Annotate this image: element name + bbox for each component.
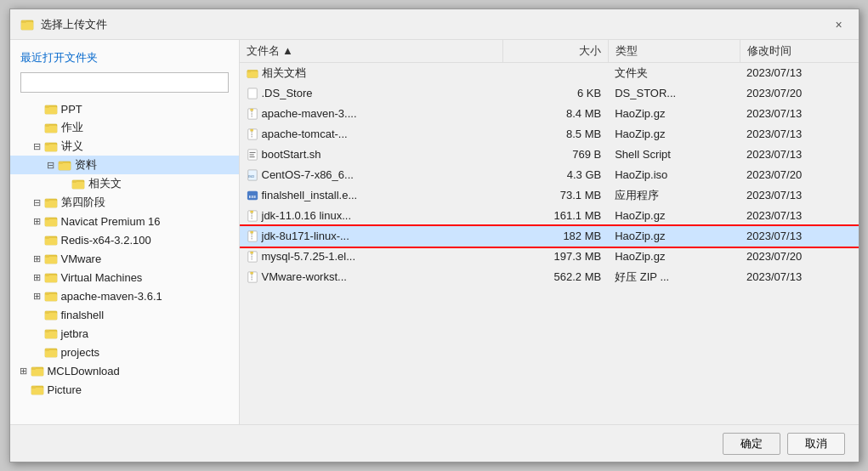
- tree-item-zuoye[interactable]: 作业: [10, 118, 239, 137]
- tree-item-virtual[interactable]: ⊞ Virtual Machines: [10, 268, 239, 287]
- svg-rect-2: [21, 20, 26, 23]
- file-table-container: 文件名 ▲ 大小 类型 修改时间 相关文档 文件夹 2023/07/13 .DS…: [240, 40, 859, 424]
- cell-size: 8.4 MB: [502, 104, 608, 124]
- cell-name: mysql-5.7.25-1.el...: [240, 247, 503, 267]
- cell-type: 应用程序: [608, 185, 740, 206]
- search-input[interactable]: [20, 72, 229, 93]
- cell-size: 197.3 MB: [502, 247, 608, 267]
- table-row[interactable]: jdk-11.0.16 linux... 161.1 MB HaoZip.gz …: [240, 206, 859, 226]
- confirm-button[interactable]: 确定: [723, 433, 780, 455]
- tree-item-jetbra[interactable]: jetbra: [10, 324, 239, 343]
- folder-icon-jiangyi: [44, 139, 58, 153]
- cell-date: 2023/07/20: [740, 247, 858, 267]
- tree-item-maven[interactable]: ⊞ apache-maven-3.6.1: [10, 287, 239, 305]
- tree-item-jiangyi[interactable]: ⊟ 讲义: [10, 137, 239, 156]
- table-row[interactable]: apache-tomcat-... 8.5 MB HaoZip.gz 2023/…: [240, 124, 859, 145]
- title-bar: 选择上传文件 ×: [10, 9, 859, 40]
- table-row[interactable]: mysql-5.7.25-1.el... 197.3 MB HaoZip.gz …: [240, 247, 859, 267]
- header-name[interactable]: 文件名 ▲: [240, 40, 503, 63]
- tree-label-ziliao: 资料: [75, 157, 97, 173]
- svg-rect-54: [247, 88, 257, 99]
- cell-name: jdk-11.0.16 linux...: [240, 206, 503, 226]
- expand-icon-jiangyi: ⊟: [31, 139, 44, 153]
- cell-size: 8.5 MB: [502, 124, 608, 145]
- tree-item-redis[interactable]: Redis-x64-3.2.100: [10, 230, 239, 249]
- cell-type: HaoZip.iso: [608, 165, 740, 185]
- tree-item-ziliao[interactable]: ⊟ 资料: [10, 156, 239, 174]
- recent-folder-label[interactable]: 最近打开文件夹: [10, 47, 239, 72]
- tree-label-projects: projects: [61, 346, 100, 359]
- header-type[interactable]: 类型: [608, 40, 740, 63]
- svg-rect-13: [59, 163, 71, 170]
- cell-name: 相关文档: [240, 63, 503, 83]
- table-row[interactable]: VMware-workst... 562.2 MB 好压 ZIP ... 202…: [240, 267, 859, 287]
- svg-rect-23: [45, 218, 49, 220]
- svg-rect-31: [45, 275, 57, 282]
- cell-size: 562.2 MB: [502, 267, 608, 287]
- tree-item-projects[interactable]: projects: [10, 343, 239, 361]
- cell-size: [502, 63, 608, 83]
- cell-name: .DS_Store: [240, 83, 503, 104]
- svg-rect-8: [45, 124, 49, 127]
- folder-icon-virtual: [44, 270, 58, 284]
- close-button[interactable]: ×: [830, 15, 848, 34]
- svg-rect-14: [59, 162, 63, 164]
- cell-date: 2023/07/20: [740, 83, 858, 104]
- expand-icon-jetbra: [31, 326, 44, 340]
- svg-rect-76: [250, 252, 253, 254]
- cell-type: HaoZip.gz: [608, 206, 740, 226]
- table-row[interactable]: .DS_Store 6 KB DS_STOR... 2023/07/20: [240, 83, 859, 104]
- expand-icon-redis: [31, 233, 44, 247]
- svg-rect-47: [31, 367, 36, 370]
- cell-size: 6 KB: [502, 83, 608, 104]
- table-row[interactable]: 相关文档 文件夹 2023/07/13: [240, 63, 859, 83]
- folder-icon-ppt: [44, 102, 58, 116]
- tree-item-mcl[interactable]: ⊞ MCLDownload: [10, 361, 239, 380]
- cell-type: 文件夹: [608, 63, 740, 83]
- cell-size: 769 B: [502, 145, 608, 165]
- cell-name: EXEfinalshell_install.e...: [240, 185, 503, 206]
- expand-icon-xiangguanwen: [58, 177, 71, 190]
- svg-rect-46: [31, 369, 43, 376]
- upload-file-dialog: 选择上传文件 × 最近打开文件夹 PPT 作业 ⊟: [9, 9, 859, 462]
- svg-rect-56: [250, 109, 253, 111]
- cell-type: HaoZip.gz: [608, 124, 740, 145]
- folder-icon-vmware: [44, 252, 58, 265]
- svg-rect-59: [250, 129, 253, 132]
- expand-icon-ppt: [31, 102, 44, 116]
- tree-label-maven: apache-maven-3.6.1: [61, 290, 162, 303]
- header-date[interactable]: 修改时间: [740, 40, 858, 63]
- table-row[interactable]: EXEfinalshell_install.e... 73.1 MB 应用程序 …: [240, 185, 859, 206]
- tree-label-navicat: Navicat Premium 16: [61, 215, 161, 228]
- table-row[interactable]: bootStart.sh 769 B Shell Script 2023/07/…: [240, 145, 859, 165]
- tree-item-ppt[interactable]: PPT: [10, 99, 239, 118]
- folder-icon-di4: [44, 196, 58, 209]
- table-row[interactable]: apache-maven-3.... 8.4 MB HaoZip.gz 2023…: [240, 104, 859, 124]
- svg-rect-38: [45, 311, 49, 314]
- cell-size: 182 MB: [502, 226, 608, 247]
- svg-rect-7: [45, 126, 57, 133]
- left-panel: 最近打开文件夹 PPT 作业 ⊟ 讲义: [10, 40, 240, 424]
- tree-item-navicat[interactable]: ⊞ Navicat Premium 16: [10, 212, 239, 230]
- tree-item-picture[interactable]: Picture: [10, 380, 239, 399]
- right-panel: 文件名 ▲ 大小 类型 修改时间 相关文档 文件夹 2023/07/13 .DS…: [240, 40, 859, 424]
- tree-label-finalshell: finalshell: [61, 309, 105, 321]
- tree-item-xiangguanwen[interactable]: 相关文: [10, 174, 239, 193]
- svg-rect-43: [45, 350, 57, 357]
- folder-icon-redis: [44, 233, 58, 247]
- tree-item-finalshell[interactable]: finalshell: [10, 305, 239, 324]
- cancel-button[interactable]: 取消: [787, 433, 845, 455]
- svg-rect-37: [45, 313, 57, 320]
- table-row[interactable]: ISOCentOS-7-x86_6... 4.3 GB HaoZip.iso 2…: [240, 165, 859, 185]
- cell-date: 2023/07/13: [740, 267, 858, 287]
- cell-date: 2023/07/13: [740, 124, 858, 145]
- dialog-icon: [20, 18, 34, 31]
- expand-icon-projects: [31, 345, 44, 359]
- expand-icon-finalshell: [31, 308, 44, 321]
- header-size[interactable]: 大小: [502, 40, 608, 63]
- cell-name: apache-tomcat-...: [240, 124, 503, 145]
- tree-item-vmware[interactable]: ⊞ VMware: [10, 249, 239, 268]
- table-row[interactable]: jdk-8u171-linux-... 182 MB HaoZip.gz 202…: [240, 226, 859, 247]
- tree-label-xiangguanwen: 相关文: [88, 176, 122, 191]
- tree-item-di4[interactable]: ⊟ 第四阶段: [10, 193, 239, 212]
